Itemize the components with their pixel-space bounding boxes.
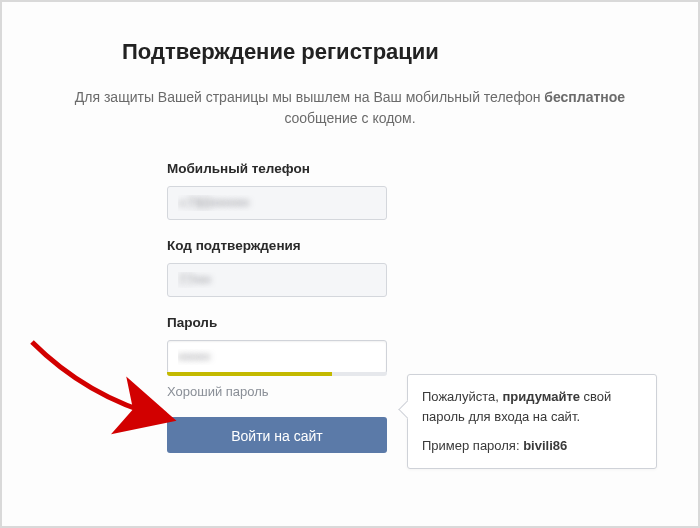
password-input[interactable] <box>167 340 387 374</box>
password-label: Пароль <box>167 315 387 330</box>
subtitle-post: сообщение с кодом. <box>284 110 415 126</box>
page-subtitle: Для защиты Вашей страницы мы вышлем на В… <box>2 87 698 143</box>
phone-input[interactable] <box>167 186 387 220</box>
phone-label: Мобильный телефон <box>167 161 387 176</box>
tooltip-line1-pre: Пожалуйста, <box>422 389 502 404</box>
password-strength-fill <box>167 372 332 376</box>
tooltip-example: Пример пароля: bivili86 <box>422 436 642 456</box>
password-strength-label: Хороший пароль <box>167 384 387 399</box>
password-strength-bar <box>167 372 387 376</box>
code-input[interactable] <box>167 263 387 297</box>
registration-form: Мобильный телефон Код подтверждения Паро… <box>167 161 387 453</box>
code-label: Код подтверждения <box>167 238 387 253</box>
submit-button[interactable]: Войти на сайт <box>167 417 387 453</box>
password-row <box>167 340 387 376</box>
password-tooltip: Пожалуйста, придумайте свой пароль для в… <box>407 374 657 469</box>
subtitle-pre: Для защиты Вашей страницы мы вышлем на В… <box>75 89 545 105</box>
page-title: Подтверждение регистрации <box>122 17 698 73</box>
tooltip-line1-strong: придумайте <box>502 389 580 404</box>
tooltip-example-label: Пример пароля: <box>422 438 523 453</box>
subtitle-strong: бесплатное <box>544 89 625 105</box>
tooltip-example-value: bivili86 <box>523 438 567 453</box>
